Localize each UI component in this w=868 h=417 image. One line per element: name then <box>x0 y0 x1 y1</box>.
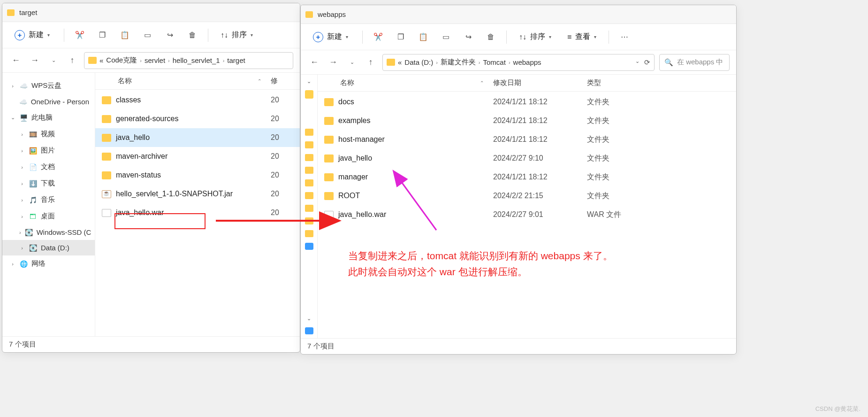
share-icon[interactable]: ↪ <box>461 30 475 44</box>
crumb[interactable]: target <box>227 56 245 64</box>
share-icon[interactable]: ↪ <box>163 28 177 42</box>
sidebar-item[interactable]: ›🗔桌面 <box>2 208 95 224</box>
file-row[interactable]: manager2024/1/21 18:12文件夹 <box>318 168 736 186</box>
chevron-icon: › <box>19 197 25 203</box>
crumb[interactable]: servlet <box>145 56 165 64</box>
history-dropdown[interactable]: ⌄ <box>46 54 61 68</box>
up-button[interactable]: ↑ <box>364 55 378 70</box>
copy-icon[interactable]: ❐ <box>95 28 109 42</box>
drive-icon[interactable] <box>305 243 313 250</box>
file-list[interactable]: docs2024/1/21 18:12文件夹examples2024/1/21 … <box>318 92 736 338</box>
file-type: 文件夹 <box>587 172 643 182</box>
search-input[interactable]: 🔍 在 webapps 中 <box>659 54 730 71</box>
history-dropdown[interactable]: ⌄ <box>345 55 359 70</box>
sort-asc-icon: ⌃ <box>480 80 493 85</box>
folder-icon[interactable] <box>305 217 313 224</box>
crumb[interactable]: hello_servlet_1 <box>173 56 220 64</box>
file-pane: 名称 ⌃ 修 classes20generated-sources20java_… <box>95 73 300 336</box>
sidebar-item[interactable]: ›☁️WPS云盘 <box>2 77 95 94</box>
separator <box>609 31 609 44</box>
file-row[interactable]: ROOT2024/2/2 21:15文件夹 <box>318 186 736 205</box>
file-row[interactable]: examples2024/1/21 18:12文件夹 <box>318 111 736 130</box>
file-row[interactable]: maven-status20 <box>95 166 300 185</box>
drive-icon[interactable] <box>305 327 313 334</box>
folder-icon[interactable] <box>305 129 313 136</box>
sidebar-item[interactable]: ›💽Data (D:) <box>2 240 95 255</box>
file-row[interactable]: maven-archiver20 <box>95 147 300 166</box>
folder-icon[interactable] <box>305 205 313 212</box>
folder-icon[interactable] <box>305 167 313 174</box>
column-header[interactable]: 名称 ⌃ 修改日期 类型 <box>318 75 736 92</box>
view-button[interactable]: ≡ 查看 ▾ <box>563 30 600 44</box>
copy-icon[interactable]: ❐ <box>394 30 408 44</box>
new-button[interactable]: + 新建 ▾ <box>9 27 55 43</box>
folder-icon[interactable] <box>305 154 313 161</box>
sidebar-item[interactable]: ›⬇️下载 <box>2 175 95 192</box>
pin-icon[interactable] <box>305 90 313 99</box>
sidebar-item[interactable]: ›🖼️图片 <box>2 142 95 159</box>
sidebar-label: 文档 <box>41 162 55 171</box>
dropdown-icon[interactable]: ⌄ <box>635 58 640 67</box>
file-row[interactable]: java_hello2024/2/27 9:10文件夹 <box>318 149 736 168</box>
file-row[interactable]: docs2024/1/21 18:12文件夹 <box>318 93 736 111</box>
chevron-icon: › <box>19 245 25 251</box>
file-row[interactable]: classes20 <box>95 91 300 109</box>
sort-button[interactable]: ↑↓ 排序 ▾ <box>217 28 257 42</box>
up-button[interactable]: ↑ <box>65 54 79 68</box>
chevron-down-icon[interactable]: ⌄ <box>306 316 312 322</box>
paste-icon[interactable]: 📋 <box>416 30 430 44</box>
column-header[interactable]: 名称 ⌃ 修 <box>95 73 300 90</box>
file-row[interactable]: host-manager2024/1/21 18:12文件夹 <box>318 130 736 149</box>
crumb[interactable]: Data (D:) <box>404 58 433 66</box>
titlebar[interactable]: target <box>2 3 300 22</box>
sidebar-item[interactable]: ⌄🖥️此电脑 <box>2 109 95 126</box>
more-icon[interactable]: ⋯ <box>617 30 632 44</box>
sidebar-item[interactable]: ›🌐网络 <box>2 255 95 272</box>
cut-icon[interactable]: ✂️ <box>371 30 385 44</box>
sort-button[interactable]: ↑↓ 排序 ▾ <box>515 30 555 44</box>
file-row[interactable]: java_hello20 <box>95 128 300 147</box>
address-bar[interactable]: « Code克隆 › servlet › hello_servlet_1 › t… <box>84 52 293 69</box>
folder-icon <box>324 98 334 106</box>
forward-button[interactable]: → <box>326 55 340 70</box>
chevron-down-icon[interactable]: ⌄ <box>306 78 312 85</box>
delete-icon[interactable]: 🗑 <box>185 28 199 42</box>
file-row[interactable]: java_hello.war2024/2/27 9:01WAR 文件 <box>318 205 736 224</box>
sidebar-item[interactable]: ›🎞️视频 <box>2 126 95 142</box>
sidebar-item[interactable]: ›💽Windows-SSD (C <box>2 224 95 240</box>
sidebar-item[interactable]: ›🎵音乐 <box>2 192 95 208</box>
folder-icon[interactable] <box>305 141 313 148</box>
back-button[interactable]: ← <box>307 55 321 70</box>
address-bar[interactable]: « Data (D:) › 新建文件夹 › Tomcat › webapps ⌄… <box>382 54 655 71</box>
file-row[interactable]: hello_servlet_1-1.0-SNAPSHOT.jar20 <box>95 185 300 203</box>
file-list[interactable]: classes20generated-sources20java_hello20… <box>95 90 300 336</box>
folder-icon[interactable] <box>305 179 313 186</box>
file-row[interactable]: generated-sources20 <box>95 109 300 128</box>
file-date: 20 <box>271 171 300 179</box>
sidebar-item[interactable]: ›📄文档 <box>2 159 95 175</box>
file-row[interactable]: java_hello.war20 <box>95 203 300 222</box>
rename-icon[interactable]: ▭ <box>439 30 453 44</box>
sidebar-icon: 🌐 <box>19 260 28 268</box>
cut-icon[interactable]: ✂️ <box>73 28 87 42</box>
delete-icon[interactable]: 🗑 <box>484 30 498 44</box>
folder-icon[interactable] <box>305 230 313 237</box>
new-button[interactable]: + 新建 ▾ <box>307 29 354 45</box>
refresh-icon[interactable]: ⟳ <box>644 58 650 67</box>
forward-button[interactable]: → <box>28 54 42 68</box>
titlebar[interactable]: webapps <box>301 5 736 24</box>
sidebar-item[interactable]: ·☁️OneDrive - Person <box>2 94 95 109</box>
crumb[interactable]: 新建文件夹 <box>441 58 476 67</box>
rename-icon[interactable]: ▭ <box>140 28 154 42</box>
file-date: 2024/1/21 18:12 <box>493 173 587 181</box>
crumb[interactable]: webapps <box>513 58 541 66</box>
chevron-right-icon: › <box>140 58 142 63</box>
crumb[interactable]: Code克隆 <box>106 56 137 65</box>
folder-icon[interactable] <box>305 192 313 199</box>
paste-icon[interactable]: 📋 <box>118 28 132 42</box>
file-date: 20 <box>271 208 300 217</box>
crumb[interactable]: Tomcat <box>483 58 506 66</box>
crumb-prefix: « <box>398 58 402 66</box>
sort-icon: ↑↓ <box>519 33 526 41</box>
back-button[interactable]: ← <box>9 54 23 68</box>
